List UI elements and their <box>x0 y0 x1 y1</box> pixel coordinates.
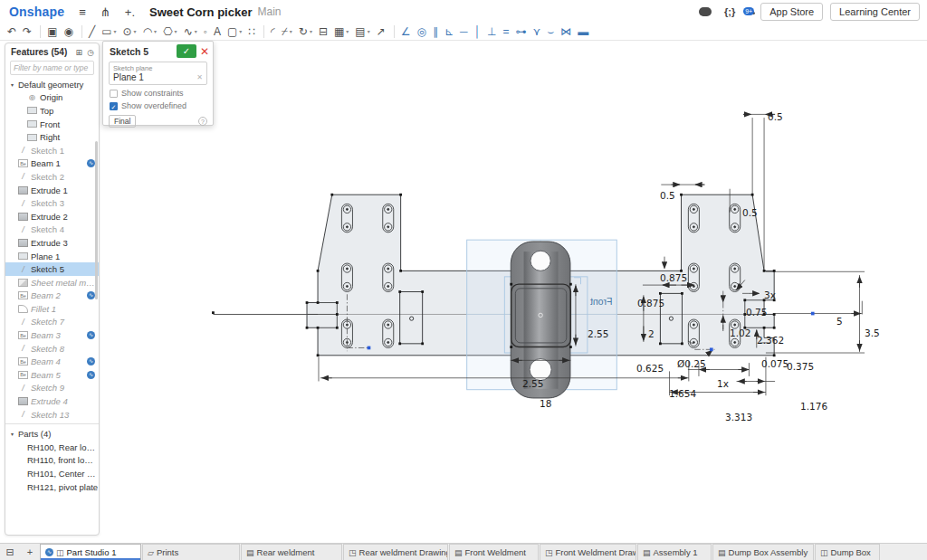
polygon-icon[interactable]: ⎔▾ <box>163 26 177 37</box>
parallel-constraint-icon[interactable]: ∥ <box>433 26 438 37</box>
undo-icon[interactable]: ↶ <box>7 26 16 37</box>
accept-button[interactable]: ✓ <box>177 44 196 58</box>
symmetric-constraint-icon[interactable]: ⋈ <box>560 26 571 37</box>
document-tab[interactable]: ▤Front Weldment <box>449 544 539 560</box>
feature-item[interactable]: /Sketch 1 <box>5 144 99 157</box>
document-tab[interactable]: ◫Dump Box <box>815 544 880 560</box>
feature-item[interactable]: /Sketch 7 <box>5 316 99 329</box>
transform-icon[interactable]: ↻▾ <box>299 26 312 37</box>
document-title[interactable]: Sweet Corn picker <box>149 5 252 19</box>
feature-item[interactable]: /Sketch 4 <box>5 223 99 237</box>
convert-icon[interactable]: ▢▾ <box>227 26 242 37</box>
trim-icon[interactable]: ⌿▾ <box>282 26 292 37</box>
features-scrollbar[interactable] <box>95 141 98 299</box>
horizontal-constraint-icon[interactable]: ─ <box>460 26 468 37</box>
dimension-label[interactable]: 1.654 <box>669 388 696 399</box>
show-overdefined-checkbox[interactable]: ✓ Show overdefined <box>110 101 206 110</box>
feature-item[interactable]: Sheet metal model 1 <box>5 276 99 289</box>
curvature-constraint-icon[interactable]: ⌣ <box>547 26 554 37</box>
learning-center-button[interactable]: Learning Center <box>830 3 920 21</box>
feature-item[interactable]: BeBeam 2∿ <box>5 289 99 303</box>
clear-selection-icon[interactable]: ✕ <box>196 73 203 81</box>
fix-constraint-icon[interactable]: ▬ <box>578 26 588 37</box>
split-icon[interactable]: ⊟ <box>319 26 328 37</box>
featurescript-icon[interactable]: {;} <box>724 6 735 17</box>
equal-constraint-icon[interactable]: = <box>503 26 510 37</box>
dimension-label[interactable]: 3x <box>764 289 776 300</box>
concentric-constraint-icon[interactable]: ◎ <box>417 26 426 37</box>
document-tab[interactable]: ◳Front Weldment Drawin... <box>540 544 636 560</box>
dimension-label[interactable]: 0.5 <box>768 111 783 122</box>
app-store-button[interactable]: App Store <box>760 3 823 21</box>
onshape-logo[interactable]: Onshape <box>9 5 64 19</box>
circle-icon[interactable]: ⊙▾ <box>123 26 137 37</box>
dimension-label[interactable]: 0.625 <box>636 363 664 374</box>
dimension-label[interactable]: 1.176 <box>800 401 827 412</box>
document-tab[interactable]: ▤Rear weldment <box>241 544 342 560</box>
derive-icon[interactable]: ◉ <box>63 26 72 37</box>
document-tab[interactable]: ▤Assembly 1 <box>637 544 712 560</box>
feature-item[interactable]: Extrude 4 <box>5 394 99 408</box>
dimension-label[interactable]: 0.5 <box>742 207 758 218</box>
feature-item[interactable]: Extrude 2 <box>5 210 99 223</box>
tab-manager-icon[interactable]: ⊟ <box>0 544 20 560</box>
versions-icon[interactable]: ⋔ <box>100 5 110 19</box>
workspace-name[interactable]: Main <box>257 5 281 18</box>
dimension-label[interactable]: 0.75 <box>746 307 767 318</box>
dimension-label[interactable]: 1x <box>717 378 729 389</box>
insert-image-icon[interactable]: ▤▾ <box>355 26 369 37</box>
dimension-label[interactable]: 3.5 <box>865 327 880 338</box>
feature-item[interactable]: BeBeam 3∿ <box>5 328 99 342</box>
line-icon[interactable]: ╱ <box>89 26 95 37</box>
dimension-label[interactable]: 2 <box>648 328 655 339</box>
document-tab[interactable]: ▤Dump Box Assembly <box>712 544 814 560</box>
history-icon[interactable]: ◷ <box>87 48 94 57</box>
feature-group[interactable]: ▾Default geometry <box>5 78 99 91</box>
dimension-label[interactable]: 0.875 <box>660 272 687 283</box>
pattern-dots-icon[interactable]: ∷ <box>248 26 255 37</box>
sketch-plane-field[interactable]: Sketch plane Plane 1 ✕ <box>109 62 207 85</box>
arc-icon[interactable]: ◠▾ <box>143 26 158 37</box>
feature-item[interactable]: /Sketch 2 <box>5 170 99 184</box>
dimension-label[interactable]: 5 <box>836 316 843 327</box>
show-constraints-checkbox[interactable]: Show constraints <box>110 89 206 98</box>
text-icon[interactable]: A <box>214 26 221 37</box>
spline-icon[interactable]: ∿▾ <box>184 26 197 37</box>
folder-icon[interactable]: ⊞ <box>76 48 83 57</box>
perpendicular-arc-constraint-icon[interactable]: ⊾ <box>444 26 454 37</box>
document-tab[interactable]: ◳Rear weldment Drawing 1 <box>343 544 448 560</box>
dimension-label[interactable]: 2.55 <box>588 328 608 339</box>
feature-item[interactable]: Top <box>5 104 99 118</box>
dimension-label[interactable]: 2.362 <box>757 335 784 346</box>
feature-item[interactable]: Right <box>5 130 99 144</box>
feature-item[interactable]: Front <box>5 118 99 131</box>
part-item[interactable]: RH101, Center pivot bus... <box>5 467 99 480</box>
dimension-label[interactable]: 1.02 <box>730 327 750 338</box>
feature-item[interactable]: Plane 1 <box>5 250 99 263</box>
linear-pattern-icon[interactable]: ▦▾ <box>334 26 349 37</box>
measure-icon[interactable]: ↗ <box>377 26 386 37</box>
vertical-constraint-icon[interactable]: │ <box>474 26 482 37</box>
main-menu-icon[interactable]: ≡ <box>79 5 86 19</box>
feature-item[interactable]: /Sketch 9 <box>5 382 99 395</box>
dimension-label[interactable]: 18 <box>540 398 551 409</box>
feature-item[interactable]: BeBeam 1∿ <box>5 157 99 171</box>
angle-constraint-icon[interactable]: ∠ <box>401 26 411 37</box>
feature-filter-input[interactable]: Filter by name or type <box>10 61 94 75</box>
part-item[interactable]: RH110, front lower fram... <box>5 454 99 468</box>
dimension-label[interactable]: 3.313 <box>723 412 754 422</box>
dimension-label[interactable]: Ø0.25 <box>677 358 706 369</box>
feature-item[interactable]: /Sketch 3 <box>5 196 99 210</box>
document-tab[interactable]: ∿◫Part Studio 1 <box>40 544 141 560</box>
tangent-constraint-icon[interactable]: ⋎ <box>533 26 541 37</box>
dimension-label[interactable]: 2.55 <box>522 378 543 389</box>
feature-item[interactable]: Extrude 3 <box>5 236 99 250</box>
feature-item[interactable]: /Sketch 8 <box>5 342 99 356</box>
feature-item[interactable]: ◎Origin <box>5 91 99 105</box>
feature-group[interactable]: ▾Parts (4) <box>5 427 99 441</box>
midpoint-constraint-icon[interactable]: ⊶ <box>516 26 527 37</box>
part-item[interactable]: RH100, Rear lower fram... <box>5 441 99 454</box>
feature-item[interactable]: /Sketch 13 <box>5 408 99 422</box>
rectangle-icon[interactable]: ▭▾ <box>101 26 116 37</box>
part-item[interactable]: RH121, pivot plate <box>5 480 99 494</box>
